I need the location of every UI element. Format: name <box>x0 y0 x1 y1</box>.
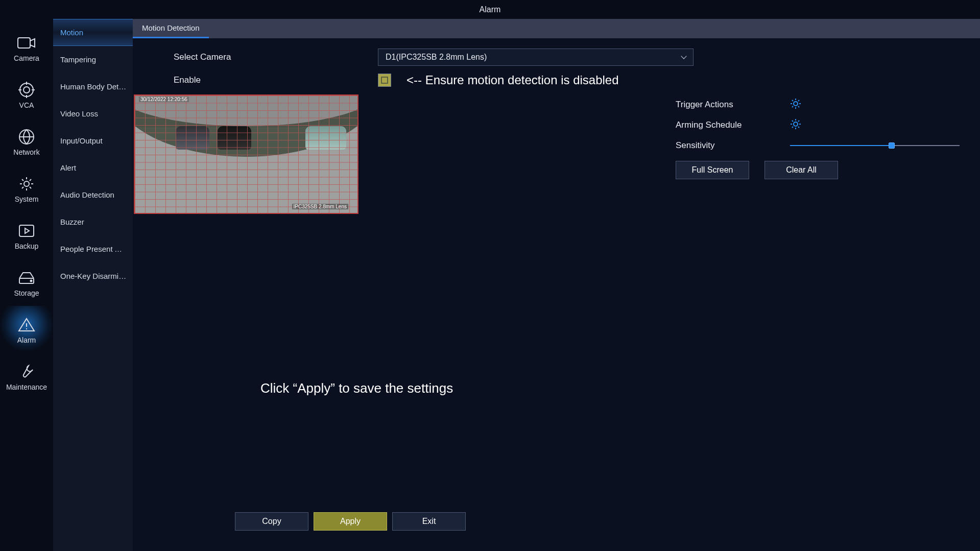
left-rail: Camera VCA Network System Backup Storage… <box>0 19 53 551</box>
enable-label: Enable <box>174 75 378 85</box>
subnav-item-audio-detection[interactable]: Audio Detection <box>53 181 133 208</box>
subnav-item-motion[interactable]: Motion <box>53 19 133 46</box>
gear-icon <box>18 176 35 192</box>
rail-label: VCA <box>19 101 34 109</box>
preview-camera-label: IPC325SB 2.8mm Lens <box>292 204 349 209</box>
gear-icon <box>790 118 801 130</box>
rail-label: Backup <box>15 242 39 250</box>
window-title: Alarm <box>0 0 980 19</box>
apply-button[interactable]: Apply <box>314 512 387 531</box>
rail-label: Maintenance <box>6 383 47 391</box>
svg-point-2 <box>23 87 30 93</box>
rail-label: Camera <box>14 54 39 62</box>
disk-icon <box>18 271 35 284</box>
svg-point-8 <box>794 102 798 106</box>
sensitivity-label: Sensitivity <box>676 140 790 151</box>
copy-button[interactable]: Copy <box>235 512 308 531</box>
sensitivity-slider[interactable] <box>790 142 960 149</box>
rail-item-vca[interactable]: VCA <box>0 71 53 118</box>
preview-car <box>218 126 251 150</box>
trigger-actions-label: Trigger Actions <box>676 100 790 110</box>
rail-label: Storage <box>14 289 39 297</box>
trigger-actions-settings[interactable] <box>790 98 801 111</box>
subnav-item-video-loss[interactable]: Video Loss <box>53 100 133 127</box>
subnav-item-tampering[interactable]: Tampering <box>53 46 133 73</box>
rail-label: Alarm <box>17 336 36 344</box>
rail-item-system[interactable]: System <box>0 165 53 212</box>
svg-rect-0 <box>18 38 30 48</box>
tab-motion-detection[interactable]: Motion Detection <box>133 19 209 38</box>
svg-rect-5 <box>19 225 34 236</box>
rail-label: Network <box>13 148 39 156</box>
annotation-enable: <-- Ensure motion detection is disabled <box>407 73 619 87</box>
wrench-icon <box>18 364 35 380</box>
select-camera-dropdown[interactable]: D1(IPC325SB 2.8mm Lens) <box>378 49 694 66</box>
target-icon <box>18 82 35 98</box>
subnav-item-people-present[interactable]: People Present Alarm <box>53 235 133 262</box>
alert-icon <box>18 317 35 332</box>
svg-point-7 <box>31 280 32 282</box>
subnav-item-one-key-disarm[interactable]: One-Key Disarming <box>53 262 133 290</box>
rail-item-alarm[interactable]: Alarm <box>0 306 53 353</box>
rail-item-network[interactable]: Network <box>0 118 53 165</box>
enable-checkbox[interactable] <box>378 74 391 87</box>
rail-item-camera[interactable]: Camera <box>0 24 53 71</box>
preview-car <box>176 126 209 150</box>
select-camera-value: D1(IPC325SB 2.8mm Lens) <box>386 53 487 62</box>
svg-point-1 <box>20 83 33 97</box>
gear-icon <box>790 98 801 109</box>
rail-item-maintenance[interactable]: Maintenance <box>0 353 53 400</box>
sub-nav: Motion Tampering Human Body Detecti.. Vi… <box>53 19 133 551</box>
globe-icon <box>18 129 35 145</box>
svg-point-4 <box>24 181 29 186</box>
subnav-item-buzzer[interactable]: Buzzer <box>53 208 133 235</box>
arming-schedule-label: Arming Schedule <box>676 120 790 130</box>
rail-item-storage[interactable]: Storage <box>0 259 53 306</box>
main-panel: Motion Detection Select Camera D1(IPC325… <box>133 19 980 551</box>
full-screen-button[interactable]: Full Screen <box>676 161 749 179</box>
tab-strip: Motion Detection <box>133 19 980 38</box>
annotation-apply: Click “Apply” to save the settings <box>260 380 453 396</box>
rail-item-backup[interactable]: Backup <box>0 212 53 259</box>
preview-area[interactable]: 30/12/2022 12:20:56 IPC325SB 2.8mm Lens <box>134 94 358 214</box>
subnav-item-alert[interactable]: Alert <box>53 154 133 181</box>
svg-point-9 <box>794 122 798 126</box>
preview-timestamp: 30/12/2022 12:20:56 <box>139 97 189 102</box>
select-camera-label: Select Camera <box>174 52 378 62</box>
rail-label: System <box>15 195 39 203</box>
subnav-item-human-body[interactable]: Human Body Detecti.. <box>53 73 133 100</box>
camera-icon <box>17 36 36 50</box>
subnav-item-input-output[interactable]: Input/Output <box>53 127 133 154</box>
play-rect-icon <box>18 224 35 237</box>
exit-button[interactable]: Exit <box>392 512 466 531</box>
arming-schedule-settings[interactable] <box>790 118 801 132</box>
preview-car <box>305 126 346 150</box>
chevron-down-icon <box>681 53 686 59</box>
clear-all-button[interactable]: Clear All <box>764 161 838 179</box>
